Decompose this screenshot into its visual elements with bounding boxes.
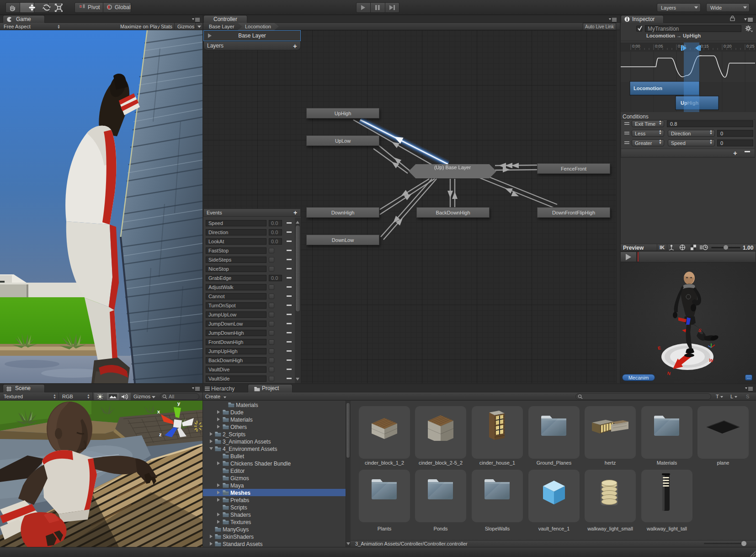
- svg-text:0:20: 0:20: [724, 44, 732, 48]
- svg-text:0:05: 0:05: [655, 44, 663, 48]
- svg-text:0:00: 0:00: [632, 44, 640, 48]
- svg-text:E: E: [657, 345, 662, 351]
- svg-text:z: z: [159, 432, 162, 437]
- svg-text:y: y: [177, 401, 181, 406]
- svg-text:0:15: 0:15: [701, 44, 709, 48]
- svg-text:W: W: [708, 358, 714, 364]
- svg-text:0:25: 0:25: [746, 44, 755, 48]
- svg-text:Locomotion: Locomotion: [634, 86, 662, 91]
- svg-text:x: x: [157, 409, 160, 414]
- svg-text:N: N: [667, 370, 671, 376]
